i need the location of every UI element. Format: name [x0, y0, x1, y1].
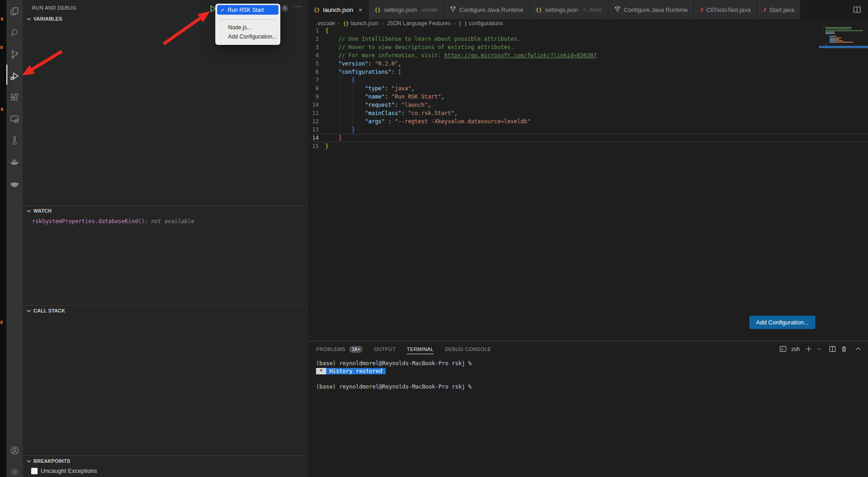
panel-tab-label: OUTPUT — [374, 345, 396, 354]
code-line-8: 8 "type": "java", — [308, 84, 868, 93]
line-number: 8 — [308, 84, 325, 93]
code-token — [325, 134, 338, 142]
code-line-12: 12 "args" : "--regtest -Xkeyvalue.dataso… — [308, 117, 868, 126]
terminal-actions: zsh — [780, 345, 862, 352]
section-header-watch[interactable]: WATCH — [23, 206, 308, 216]
line-number: 5 — [308, 60, 325, 68]
menu-item-run-rsk-start[interactable]: ✓ Run RSK Start — [217, 5, 278, 15]
tab-start-java[interactable]: JStart.java — [757, 0, 801, 19]
code-token — [325, 60, 338, 68]
panel-tab-label: DEBUG CONSOLE — [445, 345, 491, 354]
java-runtime-cup-icon — [614, 6, 621, 14]
tab-detail: ~/.../User — [581, 7, 602, 12]
tab-configure-java-runtime[interactable]: Configure Java Runtime — [444, 0, 530, 19]
menu-item-add-configuration[interactable]: Add Configuration... — [215, 32, 280, 41]
shell-label: zsh — [791, 346, 800, 352]
breadcrumb-item[interactable]: {}launch.json — [343, 20, 378, 27]
breadcrumb-item[interactable]: [ ]configurations — [459, 20, 503, 27]
code-token: : — [385, 117, 395, 126]
activity-explorer-icon[interactable] — [6, 1, 23, 22]
terminal-output[interactable]: (base) reynoldmorel@Reynolds-MacBook-Pro… — [316, 360, 472, 391]
code-token: "co.rsk.Start" — [408, 109, 454, 117]
code-token: : — [385, 93, 391, 101]
activity-testing-icon[interactable] — [6, 131, 23, 151]
minimap[interactable] — [824, 26, 866, 48]
uncaught-exceptions-checkbox[interactable] — [31, 468, 38, 474]
desktop-fleck — [0, 321, 3, 324]
tab-clitoolstest-java[interactable]: JCliToolsTest.java — [694, 0, 757, 19]
close-tab-icon[interactable]: × — [359, 6, 362, 13]
breakpoint-row: Uncaught Exceptions — [23, 467, 308, 474]
terminal-profiles-chevron-icon[interactable] — [817, 345, 822, 352]
watch-value: not available — [148, 218, 194, 225]
code-token — [325, 68, 338, 76]
editor-actions — [853, 0, 868, 19]
line-number: 1 — [308, 27, 325, 35]
activity-remote-explorer-icon[interactable] — [6, 109, 23, 129]
activity-accounts-icon[interactable] — [6, 440, 23, 461]
activity-extensions-icon[interactable] — [6, 88, 23, 108]
section-breakpoints: BREAKPOINTSUncaught Exceptions — [23, 455, 308, 474]
terminal-star-segment: * — [316, 368, 326, 374]
code-token: , — [454, 109, 458, 117]
editor-tab-bar: {}launch.json×{}settings.json.vscodeConf… — [308, 0, 868, 19]
code-token: "version" — [338, 60, 368, 68]
activity-source-control-icon[interactable] — [6, 44, 23, 65]
kill-terminal-trash-icon[interactable] — [841, 345, 847, 352]
new-terminal-icon[interactable] — [805, 345, 812, 352]
watch-expression-row[interactable]: rskSystemProperties.databaseKind(): not … — [23, 218, 308, 225]
line-number: 11 — [308, 109, 325, 117]
activity-run-and-debug-icon[interactable] — [6, 66, 23, 86]
code-line-11: 11 "mainClass": "co.rsk.Start", — [308, 109, 868, 117]
tab-label: launch.json — [323, 6, 353, 13]
panel-tab-problems[interactable]: PROBLEMS1K+ — [316, 341, 363, 357]
activity-settings-icon[interactable] — [6, 462, 23, 477]
activity-gradle-icon[interactable] — [6, 174, 23, 194]
minimap-line — [824, 26, 866, 27]
add-configuration-button[interactable]: Add Configuration... — [749, 316, 815, 329]
section-call-stack: CALL STACK — [23, 305, 308, 316]
menu-item-node-js[interactable]: Node.js... — [215, 23, 280, 32]
code-line-1: 1{ — [308, 27, 868, 35]
code-token[interactable]: https://go.microsoft.com/fwlink/?linkid=… — [444, 51, 596, 60]
panel-tab-terminal[interactable]: TERMINAL — [407, 341, 434, 357]
code-line-3: 3 // Hover to view descriptions of exist… — [308, 43, 868, 51]
breadcrumb-item[interactable]: JSON Language Features — [387, 20, 450, 27]
minimap-line — [824, 39, 866, 40]
code-token: { — [352, 76, 355, 84]
terminal-info-segment: History restored — [326, 368, 386, 374]
section-header-call-stack[interactable]: CALL STACK — [23, 306, 308, 316]
code-token: , — [441, 93, 444, 101]
tab-settings-json[interactable]: {}settings.json~/.../User — [530, 0, 608, 19]
code-token: : — [401, 109, 408, 117]
section-header-breakpoints[interactable]: BREAKPOINTS — [23, 456, 308, 466]
java-file-icon: J — [700, 6, 703, 13]
tab-settings-json[interactable]: {}settings.json.vscode — [369, 0, 444, 19]
terminal-icon — [780, 345, 786, 352]
breadcrumb-label: configurations — [469, 20, 503, 27]
code-editor[interactable]: 1{2 // Use IntelliSense to learn about p… — [308, 27, 868, 341]
code-line-14: 14 ] — [308, 134, 868, 142]
code-token: "name" — [365, 93, 385, 101]
split-terminal-icon[interactable] — [829, 345, 836, 352]
views-more-actions-icon[interactable]: ··· — [293, 2, 303, 10]
terminal-line — [316, 375, 472, 383]
code-line-4: 4 // For more information, visit: https:… — [308, 51, 868, 60]
code-token: ] — [338, 134, 342, 142]
activity-docker-icon[interactable] — [6, 152, 23, 172]
code-token: , — [428, 101, 431, 109]
tab-launch-json[interactable]: {}launch.json× — [308, 0, 369, 19]
tab-configure-java-runtime[interactable]: Configure Java Runtime — [608, 0, 694, 19]
panel-tab-debug-console[interactable]: DEBUG CONSOLE — [445, 341, 491, 357]
activity-search-icon[interactable] — [6, 23, 23, 43]
minimap-line — [824, 32, 866, 33]
code-token — [325, 117, 365, 126]
minimap-line — [824, 40, 866, 41]
split-editor-icon[interactable] — [853, 6, 861, 13]
maximize-panel-chevron-icon[interactable] — [855, 345, 862, 352]
debug-settings-gear-icon[interactable] — [281, 4, 289, 12]
code-token: "args" — [365, 117, 385, 126]
breadcrumb-item[interactable]: .vscode — [316, 20, 335, 27]
menu-selected-label: Run RSK Start — [228, 7, 264, 13]
panel-tab-output[interactable]: OUTPUT — [374, 341, 396, 357]
